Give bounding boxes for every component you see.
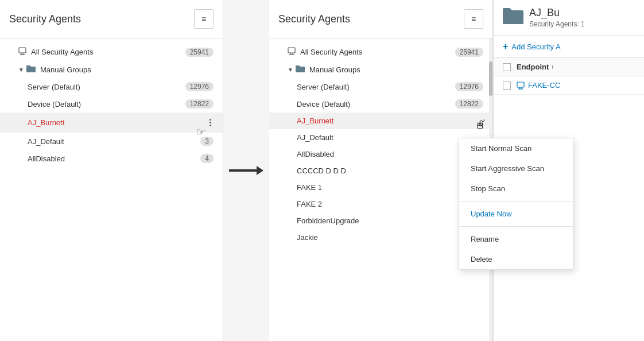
left-aj-burnett-item[interactable]: AJ_Burnett ☞ [0, 113, 223, 133]
right-all-agents-label: All Security Agents [300, 48, 451, 56]
header-checkbox[interactable] [503, 63, 511, 71]
left-aj-default-label: AJ_Default [28, 137, 196, 146]
add-security-button[interactable]: + Add Security A [494, 36, 644, 58]
right-panel: Security Agents ≡ All Security Agents 25… [269, 0, 493, 341]
row-endpoint-cell[interactable]: FAKE-CC [517, 81, 635, 90]
left-panel-title: Security Agents [9, 13, 81, 25]
right-fake2-label: FAKE 2 [297, 200, 483, 208]
right-aj-burnett-label: AJ_Burnett [297, 117, 483, 125]
left-all-disabled-label: AllDisabled [28, 154, 196, 163]
right-folder-icon [296, 65, 305, 74]
right-forbidden-label: ForbiddenUpgrade [297, 216, 483, 225]
right-manual-groups-item[interactable]: ▼ Manual Groups [269, 61, 492, 78]
ctx-stop-scan[interactable]: Stop Scan [459, 179, 573, 199]
folder-icon [26, 65, 36, 74]
left-manual-groups-item[interactable]: ▼ Manual Groups [0, 61, 223, 78]
left-panel: Security Agents ≡ All Security Agents 25… [0, 0, 223, 341]
svg-rect-0 [19, 48, 26, 53]
add-security-label: Add Security A [511, 42, 560, 51]
scrollbar-thumb[interactable] [489, 61, 492, 96]
left-kebab-button[interactable] [207, 117, 214, 129]
right-device-default-item[interactable]: Device (Default) 12822 [269, 95, 492, 113]
row-checkbox[interactable] [503, 82, 511, 90]
far-right-header: AJ_Bu Security Agents: 1 [494, 0, 644, 36]
right-ccccd-label: CCCCD D D D [297, 166, 483, 175]
left-tree-list: All Security Agents 25941 ▼ Manual Group… [0, 38, 223, 341]
right-all-agents-count: 25941 [455, 48, 483, 57]
right-panel-header: Security Agents ≡ [269, 0, 492, 38]
right-server-default-label: Server (Default) [297, 83, 451, 91]
left-all-disabled-count: 4 [200, 154, 214, 163]
left-server-default-count: 12976 [185, 82, 214, 91]
monitor-icon [18, 47, 26, 57]
right-device-default-count: 12822 [455, 99, 483, 108]
table-header: Endpoint ↑ [494, 58, 644, 76]
ctx-divider-1 [459, 201, 573, 202]
left-device-default-count: 12822 [185, 99, 214, 108]
far-right-subtitle: Security Agents: 1 [529, 20, 585, 28]
endpoint-header-label: Endpoint [517, 63, 549, 71]
left-filter-button[interactable]: ≡ [194, 9, 214, 29]
ctx-rename[interactable]: Rename [459, 229, 573, 249]
row-endpoint-label: FAKE-CC [528, 81, 560, 90]
right-manual-groups-label: Manual Groups [309, 65, 483, 74]
filter-icon: ≡ [201, 14, 206, 24]
right-all-agents-item[interactable]: All Security Agents 25941 [269, 43, 492, 61]
far-right-title-block: AJ_Bu Security Agents: 1 [529, 7, 585, 28]
ctx-update-now[interactable]: Update Now [459, 204, 573, 224]
ctx-delete[interactable]: Delete [459, 249, 573, 269]
ctx-start-normal[interactable]: Start Normal Scan [459, 138, 573, 158]
right-aj-burnett-item[interactable]: AJ_Burnett 🖱 [269, 113, 492, 129]
left-server-default-item[interactable]: Server (Default) 12976 [0, 78, 223, 95]
row-monitor-icon [517, 82, 525, 90]
far-right-title: AJ_Bu [529, 7, 585, 19]
svg-rect-10 [517, 82, 524, 87]
right-jackie-label: Jackie [297, 233, 483, 242]
left-aj-burnett-label: AJ_Burnett [28, 118, 205, 127]
right-fake1-label: FAKE 1 [297, 183, 483, 192]
svg-rect-6 [288, 48, 295, 53]
context-menu: Start Normal Scan Start Aggressive Scan … [459, 138, 573, 270]
left-all-agents-count: 25941 [185, 48, 214, 57]
left-aj-default-count: 3 [200, 137, 214, 146]
direction-arrow [229, 164, 263, 177]
far-right-folder-icon [503, 7, 523, 28]
right-filter-icon: ≡ [471, 14, 476, 24]
left-panel-header: Security Agents ≡ [0, 0, 223, 38]
left-aj-default-item[interactable]: AJ_Default 3 [0, 133, 223, 150]
endpoint-column-header[interactable]: Endpoint ↑ [517, 63, 635, 71]
left-device-default-label: Device (Default) [28, 100, 181, 108]
table-row: FAKE-CC [494, 76, 644, 95]
right-panel-title: Security Agents [278, 13, 350, 25]
left-manual-groups-label: Manual Groups [40, 65, 214, 74]
left-all-disabled-item[interactable]: AllDisabled 4 [0, 150, 223, 167]
ctx-divider-2 [459, 226, 573, 227]
toggle-icon: ▼ [18, 67, 24, 73]
right-all-disabled-label: AllDisabled [297, 150, 483, 158]
right-server-default-item[interactable]: Server (Default) 12976 [269, 78, 492, 95]
left-all-agents-label: All Security Agents [31, 48, 181, 56]
left-all-agents-item[interactable]: All Security Agents 25941 [0, 43, 223, 61]
right-toggle-icon: ▼ [288, 67, 293, 73]
right-aj-default-label: AJ_Default [297, 133, 483, 142]
sort-arrow-icon: ↑ [551, 64, 554, 70]
right-server-default-count: 12976 [455, 82, 483, 91]
right-filter-button[interactable]: ≡ [464, 9, 483, 29]
svg-marker-5 [257, 166, 263, 175]
right-device-default-label: Device (Default) [297, 100, 451, 108]
arrow-container [223, 0, 269, 341]
right-monitor-icon [288, 47, 296, 57]
ctx-start-aggressive[interactable]: Start Aggressive Scan [459, 158, 573, 179]
right-section: Security Agents ≡ All Security Agents 25… [269, 0, 644, 341]
left-device-default-item[interactable]: Device (Default) 12822 [0, 95, 223, 113]
left-server-default-label: Server (Default) [28, 83, 181, 91]
plus-icon: + [503, 41, 508, 52]
